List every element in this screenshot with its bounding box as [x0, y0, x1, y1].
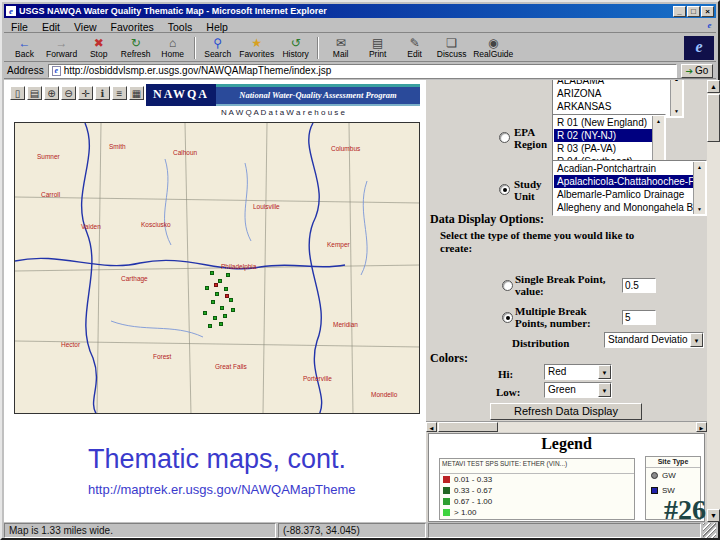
- list-item[interactable]: Albemarle-Pamlico Drainage: [554, 188, 693, 201]
- list-item[interactable]: R 01 (New England): [554, 116, 652, 129]
- map-place-label: Carroll: [41, 191, 60, 198]
- scroll-up-icon[interactable]: [653, 116, 664, 126]
- scroll-down-icon[interactable]: [707, 509, 720, 522]
- multiple-break-label-line2: Points, number:: [515, 317, 591, 329]
- stop-button[interactable]: ✖Stop: [80, 35, 117, 61]
- map-view[interactable]: SumnerSmithCalhounColumbusCarrollVaidenL…: [14, 122, 420, 414]
- horizontal-scrollbar[interactable]: [426, 421, 707, 432]
- overview-icon[interactable]: ▯: [10, 86, 25, 100]
- scroll-left-icon[interactable]: [426, 422, 437, 432]
- menu-tools[interactable]: Tools: [161, 21, 200, 33]
- pan-icon[interactable]: ✛: [78, 86, 93, 100]
- site-marker-green: [226, 273, 230, 277]
- scrollbar-thumb[interactable]: [707, 94, 720, 142]
- chevron-down-icon[interactable]: [598, 383, 611, 397]
- list-item[interactable]: Acadian-Pontchartrain: [554, 162, 693, 175]
- epa-region-radio[interactable]: [499, 132, 510, 143]
- scroll-up-icon[interactable]: [671, 80, 682, 84]
- legend-row: 0.67 - 1.00: [440, 496, 634, 507]
- refresh-button[interactable]: ↻Refresh: [117, 35, 154, 61]
- distribution-select[interactable]: Standard Deviatio: [604, 332, 704, 348]
- home-icon: ⌂: [169, 37, 176, 49]
- menu-view[interactable]: View: [67, 21, 104, 33]
- list-item[interactable]: Allegheny and Monongahela Basi: [554, 201, 693, 214]
- scroll-up-icon[interactable]: [707, 80, 720, 93]
- print-icon: ▤: [372, 37, 383, 49]
- print-map-icon[interactable]: ▤: [27, 86, 42, 100]
- multiple-break-value-field[interactable]: [622, 310, 656, 325]
- back-icon: ←: [19, 37, 31, 49]
- site-marker-green: [218, 279, 222, 283]
- toolbar-separator: [194, 37, 196, 59]
- list-item[interactable]: R 03 (PA-VA): [554, 142, 652, 155]
- options-subtitle-line2: create:: [440, 242, 472, 254]
- study-unit-radio[interactable]: [499, 184, 510, 195]
- map-toolbar: ▯▤⊕⊖✛ℹ≡▦: [10, 86, 144, 100]
- map-frame: ▯▤⊕⊖✛ℹ≡▦ NAWQA National Water-Quality As…: [4, 80, 426, 522]
- multiple-break-radio[interactable]: [502, 312, 513, 323]
- menu-help[interactable]: Help: [199, 21, 235, 33]
- back-button[interactable]: ←Back: [6, 35, 43, 61]
- state-listbox[interactable]: ALABAMAARIZONAARKANSAS: [552, 80, 684, 118]
- identify-icon[interactable]: ℹ: [95, 86, 110, 100]
- refresh-data-display-button[interactable]: Refresh Data Display: [490, 403, 642, 420]
- legend-range: 0.33 - 0.67: [454, 486, 492, 495]
- single-break-radio[interactable]: [502, 280, 513, 291]
- study-label-line2: Unit: [514, 190, 542, 202]
- address-input[interactable]: http://osbiddvlsmp.er.usgs.gov/NAWQAMapT…: [48, 64, 677, 78]
- legend-icon[interactable]: ▦: [129, 86, 144, 100]
- realguide-button[interactable]: ◉RealGuide: [470, 35, 516, 61]
- menu-favorites[interactable]: Favorites: [104, 21, 161, 33]
- scrollbar-thumb[interactable]: [438, 422, 498, 432]
- map-place-label: Porterville: [303, 375, 332, 382]
- site-marker-green: [213, 316, 217, 320]
- home-button[interactable]: ⌂Home: [154, 35, 191, 61]
- favorites-button[interactable]: ★Favorites: [236, 35, 277, 61]
- study-list-scrollbar[interactable]: [693, 162, 705, 214]
- single-break-label-line2: value:: [515, 285, 606, 297]
- scroll-down-icon[interactable]: [694, 204, 705, 214]
- minimize-button[interactable]: [673, 6, 686, 17]
- status-bar: Map is 1.33 miles wide. (-88.373, 34.045…: [4, 523, 716, 538]
- vertical-scrollbar[interactable]: [707, 80, 720, 522]
- ie-page-icon: [6, 6, 16, 16]
- refresh-icon: ↻: [131, 37, 141, 49]
- menu-file[interactable]: File: [4, 21, 35, 33]
- toolbar-button-label: Mail: [333, 49, 349, 59]
- chevron-down-icon[interactable]: [598, 365, 611, 379]
- discuss-button[interactable]: ❏Discuss: [433, 35, 470, 61]
- mail-icon: ✉: [336, 37, 346, 49]
- state-list-scrollbar[interactable]: [670, 80, 682, 116]
- menu-bar: FileEditViewFavoritesToolsHelp: [4, 19, 716, 33]
- single-break-value-field[interactable]: [622, 278, 656, 293]
- scroll-down-icon[interactable]: [671, 106, 682, 116]
- scroll-up-icon[interactable]: [694, 162, 705, 172]
- study-unit-listbox[interactable]: Acadian-PontchartrainApalachicola-Chatta…: [552, 160, 707, 216]
- list-item[interactable]: ALABAMA: [554, 80, 670, 87]
- toolbar-buttons: ←Back→Forward✖Stop↻Refresh⌂Home⚲Search★F…: [6, 34, 682, 61]
- list-item[interactable]: R 02 (NY-NJ): [554, 129, 652, 142]
- legend-swatch: [443, 498, 450, 505]
- history-button[interactable]: ↺History: [277, 35, 314, 61]
- search-button[interactable]: ⚲Search: [199, 35, 236, 61]
- go-button[interactable]: Go: [681, 64, 713, 78]
- close-button[interactable]: [701, 6, 714, 17]
- chevron-down-icon[interactable]: [690, 333, 703, 347]
- menu-edit[interactable]: Edit: [35, 21, 67, 33]
- forward-button[interactable]: →Forward: [43, 35, 80, 61]
- site-marker-green: [211, 300, 215, 304]
- low-color-select[interactable]: Green: [544, 382, 612, 398]
- zoom-in-icon[interactable]: ⊕: [44, 86, 59, 100]
- list-item[interactable]: Apalachicola-Chattahoochee-Fli: [554, 175, 693, 188]
- maximize-button[interactable]: [687, 6, 700, 17]
- mail-button[interactable]: ✉Mail: [322, 35, 359, 61]
- print-button[interactable]: ▤Print: [359, 35, 396, 61]
- list-item[interactable]: ARIZONA: [554, 87, 670, 100]
- list-item[interactable]: ARKANSAS: [554, 100, 670, 113]
- layers-icon[interactable]: ≡: [112, 86, 127, 100]
- scroll-right-icon[interactable]: [696, 422, 707, 432]
- epa-label-line1: EPA: [514, 126, 547, 138]
- zoom-out-icon[interactable]: ⊖: [61, 86, 76, 100]
- hi-color-select[interactable]: Red: [544, 364, 612, 380]
- edit-button[interactable]: ✎Edit: [396, 35, 433, 61]
